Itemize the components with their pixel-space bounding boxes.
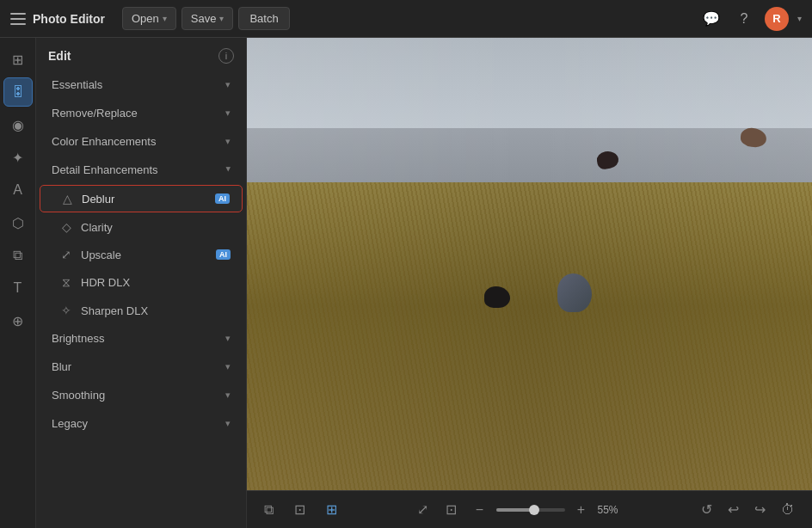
zoom-out-button[interactable]: −	[471, 500, 489, 519]
section-brightness-label: Brightness	[52, 332, 104, 345]
topbar-center: Open ▾ Save ▾ Batch	[122, 7, 290, 30]
redo-button[interactable]: ↪	[751, 498, 769, 521]
sidebar-icon-view[interactable]: ◉	[3, 110, 33, 139]
menu-item-sharpen-dlx-label: Sharpen DLX	[81, 304, 231, 317]
zoom-slider[interactable]	[496, 508, 565, 512]
menu-icon[interactable]	[10, 13, 26, 25]
sidebar-icon-edit[interactable]: 🎛	[3, 77, 33, 107]
zoom-slider-thumb[interactable]	[529, 505, 539, 515]
topbar-right: 💬 ? R ▾	[699, 7, 802, 31]
grid-icon[interactable]: ⊞	[323, 498, 341, 521]
hdr-dlx-icon: ⧖	[58, 275, 74, 290]
section-blur-label: Blur	[52, 360, 71, 373]
sidebar-icon-more[interactable]: ⊕	[3, 306, 33, 335]
panel-title: Edit	[48, 49, 71, 63]
deblur-icon: △	[59, 192, 75, 206]
topbar: Photo Editor Open ▾ Save ▾ Batch 💬 ? R ▾	[0, 0, 812, 38]
section-essentials[interactable]: Essentials ▾	[40, 71, 243, 98]
section-detail-enhancements[interactable]: Detail Enhancements ▴	[40, 157, 243, 183]
photo-preview	[247, 38, 812, 490]
menu-item-hdr-dlx[interactable]: ⧖ HDR DLX	[40, 269, 243, 296]
sharpen-dlx-icon: ✧	[58, 304, 74, 317]
legacy-chevron-icon: ▾	[225, 418, 231, 429]
remove-replace-chevron-icon: ▾	[225, 107, 231, 119]
canvas-area: ⧉ ⊡ ⊞ ⤢ ⊡ − + 55% ↺ ↩	[247, 38, 812, 528]
bottom-bar: ⧉ ⊡ ⊞ ⤢ ⊡ − + 55% ↺ ↩	[247, 490, 812, 528]
essentials-chevron-icon: ▾	[225, 79, 231, 90]
bottom-left-tools: ⧉ ⊡ ⊞	[261, 498, 341, 521]
brightness-chevron-icon: ▾	[225, 333, 231, 344]
help-icon[interactable]: ?	[732, 7, 756, 31]
canvas-container[interactable]	[247, 38, 812, 490]
menu-item-upscale-label: Upscale	[81, 249, 209, 261]
section-legacy-label: Legacy	[52, 417, 88, 430]
history-icon[interactable]: ⏱	[778, 499, 798, 521]
menu-item-upscale[interactable]: ⤢ Upscale AI	[40, 242, 243, 267]
menu-item-clarity-label: Clarity	[81, 221, 231, 234]
bottom-center-controls: ⤢ ⊡ − + 55%	[414, 498, 625, 521]
expand-icon[interactable]: ⤢	[414, 498, 432, 521]
fit-icon[interactable]: ⊡	[442, 498, 460, 521]
menu-item-deblur[interactable]: △ Deblur AI	[40, 185, 243, 212]
section-color-enhancements[interactable]: Color Enhancements ▾	[40, 128, 243, 155]
open-chevron-icon: ▾	[163, 14, 167, 23]
bird-2	[484, 286, 510, 308]
info-icon[interactable]: i	[218, 48, 234, 64]
section-remove-replace-label: Remove/Replace	[52, 107, 138, 120]
sidebar-icon-home[interactable]: ⊞	[3, 45, 33, 74]
sidebar-icon-layers[interactable]: ⧉	[3, 241, 33, 270]
sidebar-icon-type[interactable]: T	[3, 273, 33, 303]
zoom-percent: 55%	[598, 504, 625, 516]
sidebar-icon-objects[interactable]: ⬡	[3, 208, 33, 237]
section-smoothing[interactable]: Smoothing ▾	[40, 382, 243, 408]
app-title: Photo Editor	[33, 12, 105, 26]
menu-item-hdr-dlx-label: HDR DLX	[81, 276, 231, 289]
left-panel: Edit i Essentials ▾ Remove/Replace ▾ Col…	[36, 38, 247, 528]
bottom-right-tools: ↺ ↩ ↪ ⏱	[698, 498, 798, 521]
sidebar-icon-effects[interactable]: ✦	[3, 143, 33, 172]
menu-item-deblur-label: Deblur	[82, 193, 208, 206]
clarity-icon: ◇	[58, 220, 74, 234]
section-blur[interactable]: Blur ▾	[40, 353, 243, 380]
detail-enhancements-chevron-icon: ▴	[225, 164, 231, 175]
section-brightness[interactable]: Brightness ▾	[40, 325, 243, 352]
refresh-icon[interactable]: ↺	[698, 498, 716, 521]
avatar-chevron-icon[interactable]: ▾	[797, 14, 802, 23]
save-button[interactable]: Save ▾	[181, 7, 234, 30]
avatar[interactable]: R	[765, 7, 789, 31]
zoom-slider-track	[496, 508, 534, 512]
menu-item-clarity[interactable]: ◇ Clarity	[40, 214, 243, 240]
blur-overlay	[247, 38, 812, 490]
section-smoothing-label: Smoothing	[52, 389, 105, 402]
main-area: ⊞ 🎛 ◉ ✦ A ⬡ ⧉ T ⊕ Edit i Essentials ▾ Re…	[0, 38, 812, 528]
panel-header: Edit i	[36, 38, 246, 71]
icon-sidebar: ⊞ 🎛 ◉ ✦ A ⬡ ⧉ T ⊕	[0, 38, 36, 528]
zoom-in-button[interactable]: +	[572, 500, 591, 519]
section-color-enhancements-label: Color Enhancements	[52, 135, 156, 148]
batch-button[interactable]: Batch	[238, 7, 289, 30]
layers-icon[interactable]: ⧉	[261, 499, 277, 521]
upscale-icon: ⤢	[58, 248, 74, 261]
chat-icon[interactable]: 💬	[699, 7, 723, 31]
open-button[interactable]: Open ▾	[122, 7, 176, 30]
sidebar-icon-text[interactable]: A	[3, 175, 33, 205]
deblur-ai-badge: AI	[215, 193, 230, 204]
crop-icon[interactable]: ⊡	[291, 498, 309, 521]
upscale-ai-badge: AI	[216, 249, 231, 260]
menu-item-sharpen-dlx[interactable]: ✧ Sharpen DLX	[40, 298, 243, 323]
section-legacy[interactable]: Legacy ▾	[40, 410, 243, 437]
color-enhancements-chevron-icon: ▾	[225, 136, 231, 147]
smoothing-chevron-icon: ▾	[225, 390, 231, 401]
blur-chevron-icon: ▾	[225, 361, 231, 372]
save-chevron-icon: ▾	[219, 14, 224, 23]
section-remove-replace[interactable]: Remove/Replace ▾	[40, 100, 243, 126]
section-detail-enhancements-label: Detail Enhancements	[52, 163, 158, 176]
undo-button[interactable]: ↩	[724, 498, 742, 521]
zoom-control: − + 55%	[471, 500, 625, 519]
topbar-left: Photo Editor	[10, 12, 105, 26]
section-essentials-label: Essentials	[52, 78, 102, 91]
